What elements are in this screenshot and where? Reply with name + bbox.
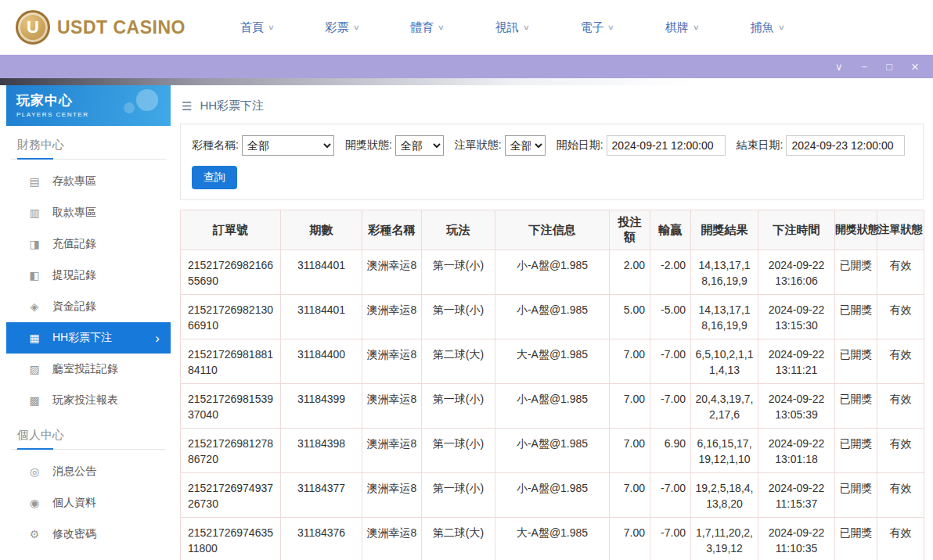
- sidebar-item-profile[interactable]: ◉ 個人資料 ›: [6, 487, 171, 519]
- gear-icon: ⚙: [28, 528, 41, 540]
- sidebar-item-announcements[interactable]: ◎ 消息公告 ›: [6, 456, 171, 487]
- order-status-select[interactable]: 全部: [505, 135, 546, 156]
- sidebar-item-withdraw[interactable]: ▥ 取款專區 ›: [6, 197, 171, 228]
- cell-order_no: 2152172698188184110: [181, 339, 281, 384]
- cell-amount: 2.00: [610, 250, 650, 295]
- menu-list: ▤ 存款專區 › ▥ 取款專區 › ◨ 充值記錄 › ◧ 提現記錄 › ◈ 資金…: [6, 166, 171, 416]
- cell-bet_time: 2024-09-22 13:01:18: [758, 429, 835, 473]
- breadcrumb: ☰ HH彩票下注: [180, 85, 924, 124]
- menu-list: ◎ 消息公告 › ◉ 個人資料 › ⚙ 修改密碼 ›: [6, 456, 171, 550]
- cell-order_no: 2152172698153937040: [181, 384, 281, 429]
- cell-win_loss: 6.90: [650, 429, 691, 473]
- cell-amount: 7.00: [610, 518, 650, 560]
- column-header: 投注額: [610, 210, 650, 250]
- cell-order_status: 有效: [877, 384, 924, 429]
- menu-label: 存款專區: [52, 174, 96, 188]
- sidebar-item-hall-bet-records[interactable]: ▨ 廳室投註記錄 ›: [6, 354, 171, 385]
- draw-status-select[interactable]: 全部: [395, 135, 444, 156]
- sidebar-sections: 財務中心 ▤ 存款專區 › ▥ 取款專區 › ◨ 充值記錄 › ◧ 提現記錄 ›…: [6, 126, 171, 560]
- close-icon[interactable]: ×: [911, 60, 919, 74]
- column-header: 訂單號: [181, 210, 281, 250]
- cell-bet_info: 小-A盤@1.985: [495, 384, 610, 429]
- cell-amount: 7.00: [610, 429, 650, 473]
- cell-draw_status: 已開獎: [835, 384, 877, 429]
- maximize-icon[interactable]: □: [886, 62, 892, 72]
- menu-label: 充值記錄: [52, 237, 96, 251]
- cell-draw_status: 已開獎: [835, 518, 877, 560]
- chevron-down-icon[interactable]: ∨: [835, 62, 843, 72]
- cell-period: 31184401: [281, 250, 362, 295]
- cell-lottery: 澳洲幸运8: [362, 295, 422, 339]
- logo-icon: U: [16, 10, 50, 45]
- sidebar: 玩家中心 PLAYERS CENTER 財務中心 ▤ 存款專區 › ▥ 取款專區…: [0, 85, 171, 560]
- cell-play: 第二球(大): [422, 339, 495, 384]
- cell-bet_info: 小-A盤@1.985: [495, 473, 610, 518]
- person-icon: ◉: [28, 497, 41, 509]
- sidebar-item-funds-record[interactable]: ◈ 資金記錄 ›: [6, 291, 171, 322]
- sidebar-item-hh-lottery-bets[interactable]: ▦ HH彩票下注 ›: [6, 322, 171, 354]
- cell-bet_time: 2024-09-22 13:15:30: [758, 295, 835, 339]
- chevron-right-icon: ›: [155, 332, 160, 345]
- withdrawal-record-icon: ◧: [28, 269, 41, 282]
- cell-win_loss: -5.00: [650, 295, 691, 339]
- cell-draw_status: 已開獎: [835, 429, 877, 473]
- page-title: HH彩票下注: [200, 99, 264, 113]
- chevron-down-icon: ∨: [522, 23, 529, 31]
- minimize-icon[interactable]: −: [862, 62, 868, 72]
- nav-item[interactable]: 棋牌 ∨: [665, 20, 699, 35]
- table-row: 215217269746351180031184376澳洲幸运8第二球(大)大-…: [181, 518, 924, 560]
- cell-play: 第一球(小): [422, 250, 495, 295]
- lottery-select[interactable]: 全部: [242, 135, 334, 156]
- nav-item[interactable]: 體育 ∨: [410, 20, 444, 35]
- cell-lottery: 澳洲幸运8: [362, 339, 422, 384]
- table-row: 215217269815393704031184399澳洲幸运8第一球(小)小-…: [181, 384, 924, 429]
- logo-text: USDT CASINO: [57, 17, 186, 38]
- sidebar-item-change-password[interactable]: ⚙ 修改密碼 ›: [6, 519, 171, 550]
- table-row: 215217269821306691031184401澳洲幸运8第一球(小)小-…: [181, 295, 924, 339]
- cell-period: 31184399: [281, 384, 362, 429]
- nav-item[interactable]: 捕魚 ∨: [751, 20, 784, 35]
- cell-result: 6,16,15,17,19,12,1,10: [691, 429, 758, 473]
- hamburger-menu-icon[interactable]: ☰: [182, 99, 192, 113]
- chevron-down-icon: ∨: [607, 23, 614, 31]
- sidebar-item-withdrawal-record[interactable]: ◧ 提現記錄 ›: [6, 260, 171, 291]
- cell-order_status: 有效: [877, 473, 924, 518]
- nav-item-label: 彩票: [326, 20, 349, 35]
- sidebar-item-deposit[interactable]: ▤ 存款專區 ›: [6, 166, 171, 197]
- cell-result: 1,7,11,20,2,3,19,12: [691, 518, 758, 560]
- cell-lottery: 澳洲幸运8: [362, 250, 422, 295]
- cell-order_status: 有效: [877, 518, 924, 560]
- bet-report-icon: ▩: [28, 394, 41, 407]
- table-row: 215217269818818411031184400澳洲幸运8第二球(大)大-…: [181, 339, 924, 384]
- nav-item[interactable]: 電子 ∨: [580, 20, 614, 35]
- cell-bet_time: 2024-09-22 13:11:21: [758, 339, 835, 384]
- sidebar-item-player-bet-report[interactable]: ▩ 玩家投注報表 ›: [6, 385, 171, 416]
- sidebar-item-recharge-record[interactable]: ◨ 充值記錄 ›: [6, 228, 171, 260]
- end-date-input[interactable]: [786, 135, 905, 156]
- cell-bet_info: 小-A盤@1.985: [495, 429, 610, 473]
- nav-item[interactable]: 首頁 ∨: [240, 20, 274, 35]
- window-titlebar: ∨ − □ ×: [0, 55, 933, 78]
- nav-item[interactable]: 彩票 ∨: [326, 20, 359, 35]
- nav-item-label: 視訊: [495, 20, 519, 35]
- filter-panel: 彩種名稱: 全部 開獎狀態: 全部 注單狀態: 全部 開始日期: 結束日期: 查…: [180, 124, 924, 200]
- funds-record-icon: ◈: [28, 300, 41, 313]
- cell-result: 14,13,17,18,16,19,9: [691, 295, 758, 339]
- cell-order_no: 2152172697493726730: [181, 473, 281, 518]
- search-button[interactable]: 查詢: [192, 166, 237, 189]
- cell-order_status: 有效: [877, 339, 924, 384]
- nav-item[interactable]: 視訊 ∨: [495, 20, 529, 35]
- cell-play: 第一球(小): [422, 473, 495, 518]
- bell-icon: ◎: [28, 465, 41, 478]
- lottery-filter-label: 彩種名稱:: [192, 138, 239, 153]
- cell-play: 第一球(小): [422, 384, 495, 429]
- logo[interactable]: U USDT CASINO: [16, 10, 200, 45]
- cell-amount: 7.00: [610, 384, 650, 429]
- start-date-input[interactable]: [607, 135, 726, 156]
- table-header-row: 訂單號期數彩種名稱玩法下注信息投注額輸贏開獎結果下注時間開獎狀態注單狀態: [181, 210, 924, 250]
- column-header: 期數: [281, 210, 362, 250]
- cell-order_status: 有效: [877, 295, 924, 339]
- cell-win_loss: -7.00: [650, 473, 691, 518]
- top-header: U USDT CASINO 首頁 ∨ 彩票 ∨ 體育 ∨ 視訊 ∨ 電子 ∨ 棋…: [0, 0, 933, 55]
- section-title: 財務中心: [11, 126, 166, 160]
